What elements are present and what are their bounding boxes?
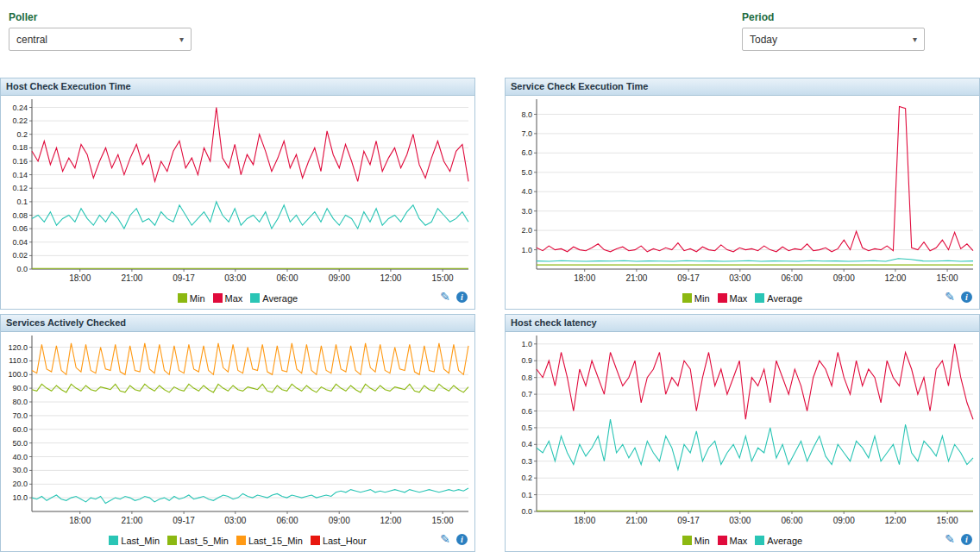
legend-swatch [213, 293, 223, 303]
period-label: Period [742, 11, 774, 23]
edit-pencil-icon[interactable]: ✎ [945, 533, 955, 546]
legend-swatch [718, 536, 727, 545]
svg-text:0.2: 0.2 [521, 474, 532, 482]
chart-panel-service-check-execution-time: Service Check Execution Time 1.02.03.04.… [505, 78, 980, 310]
svg-text:12:00: 12:00 [884, 516, 906, 525]
legend-swatch [250, 293, 260, 303]
svg-text:18:00: 18:00 [574, 516, 595, 525]
panel-title: Services Actively Checked [1, 315, 474, 332]
legend-item-max: Max [718, 293, 748, 304]
legend-item-average: Average [755, 293, 802, 304]
chart-area: 0.00.10.20.30.40.50.60.70.80.91.018:0021… [506, 332, 979, 530]
svg-text:10.0: 10.0 [12, 493, 28, 502]
line-chart: 10.020.030.040.050.060.070.080.090.0100.… [1, 332, 474, 530]
chart-legend: MinMaxAverage [682, 536, 802, 546]
svg-text:09:00: 09:00 [833, 516, 855, 525]
info-icon[interactable]: i [961, 292, 972, 303]
svg-text:3.0: 3.0 [521, 207, 532, 216]
chart-panel-services-actively-checked: Services Actively Checked 10.020.030.040… [0, 314, 475, 552]
svg-text:0.2: 0.2 [16, 130, 28, 139]
svg-text:0.22: 0.22 [12, 116, 28, 125]
svg-text:06:00: 06:00 [781, 516, 802, 525]
svg-text:06:00: 06:00 [781, 273, 802, 283]
chart-area: 1.02.03.04.05.06.07.08.018:0021:0009-170… [506, 96, 979, 287]
svg-text:20.0: 20.0 [12, 480, 28, 488]
svg-text:0.16: 0.16 [12, 157, 28, 166]
line-chart: 1.02.03.04.05.06.07.08.018:0021:0009-170… [506, 96, 979, 287]
period-select-value: Today [750, 34, 777, 46]
svg-text:09-17: 09-17 [173, 516, 195, 525]
legend-item-min: Min [682, 536, 710, 546]
svg-text:0.6: 0.6 [521, 407, 532, 416]
svg-text:0.0: 0.0 [521, 507, 532, 516]
legend-item-min: Min [682, 293, 710, 304]
edit-pencil-icon[interactable]: ✎ [440, 291, 450, 304]
panel-footer: Last_MinLast_5_MinLast_15_MinLast_Hour ✎… [1, 530, 474, 551]
edit-pencil-icon[interactable]: ✎ [440, 533, 450, 546]
svg-text:0.04: 0.04 [12, 238, 28, 247]
svg-text:15:00: 15:00 [937, 516, 958, 525]
legend-swatch [755, 536, 764, 545]
legend-item-last_5_min: Last_5_Min [167, 536, 229, 546]
svg-text:09:00: 09:00 [329, 273, 350, 283]
svg-text:1.0: 1.0 [521, 246, 532, 254]
svg-text:110.0: 110.0 [9, 356, 28, 365]
panel-title: Host Check Execution Time [1, 78, 474, 96]
svg-text:0.02: 0.02 [12, 251, 28, 260]
svg-text:0.5: 0.5 [521, 423, 532, 432]
svg-text:12:00: 12:00 [380, 273, 401, 283]
line-chart: 0.00.10.20.30.40.50.60.70.80.91.018:0021… [506, 332, 979, 530]
svg-text:0.7: 0.7 [521, 390, 532, 398]
panel-footer: MinMaxAverage ✎ i [506, 287, 979, 309]
svg-text:15:00: 15:00 [432, 516, 454, 525]
svg-text:15:00: 15:00 [432, 273, 454, 283]
info-icon[interactable]: i [456, 292, 468, 303]
line-chart: 0.00.020.040.060.080.10.120.140.160.180.… [1, 96, 474, 287]
legend-item-average: Average [755, 536, 802, 546]
legend-item-last_hour: Last_Hour [311, 536, 367, 546]
svg-text:1.0: 1.0 [521, 340, 532, 348]
svg-text:0.9: 0.9 [521, 356, 532, 365]
svg-text:40.0: 40.0 [12, 453, 28, 461]
chevron-down-icon: ▾ [179, 34, 184, 44]
panel-footer: MinMaxAverage ✎ i [506, 530, 979, 551]
edit-pencil-icon[interactable]: ✎ [945, 291, 955, 304]
legend-swatch [167, 536, 177, 545]
svg-text:0.06: 0.06 [12, 224, 28, 233]
info-icon[interactable]: i [456, 534, 468, 545]
svg-text:0.8: 0.8 [521, 373, 532, 382]
svg-text:21:00: 21:00 [625, 273, 647, 283]
svg-text:21:00: 21:00 [121, 273, 142, 283]
svg-text:6.0: 6.0 [521, 148, 532, 157]
svg-text:30.0: 30.0 [12, 466, 28, 474]
info-icon[interactable]: i [961, 534, 972, 545]
chart-legend: Last_MinLast_5_MinLast_15_MinLast_Hour [109, 536, 366, 546]
svg-text:4.0: 4.0 [521, 187, 532, 196]
legend-item-average: Average [250, 293, 298, 304]
svg-text:03:00: 03:00 [729, 516, 751, 525]
svg-text:0.12: 0.12 [12, 184, 28, 192]
period-select[interactable]: Today ▾ [742, 28, 925, 51]
svg-text:0.14: 0.14 [12, 171, 28, 179]
legend-item-max: Max [213, 293, 243, 304]
svg-text:8.0: 8.0 [521, 110, 532, 119]
chevron-down-icon: ▾ [913, 34, 917, 44]
svg-text:12:00: 12:00 [380, 516, 401, 525]
svg-text:18:00: 18:00 [574, 273, 595, 283]
legend-swatch [682, 536, 692, 545]
panel-footer: MinMaxAverage ✎ i [1, 287, 474, 309]
svg-text:0.1: 0.1 [16, 198, 28, 206]
svg-text:09:00: 09:00 [329, 516, 350, 525]
poller-label: Poller [9, 11, 37, 23]
svg-text:09-17: 09-17 [677, 273, 700, 283]
svg-text:18:00: 18:00 [69, 273, 91, 283]
svg-text:80.0: 80.0 [12, 398, 28, 406]
poller-select[interactable]: central ▾ [9, 28, 192, 51]
svg-text:100.0: 100.0 [8, 370, 28, 379]
panel-title: Service Check Execution Time [506, 78, 979, 96]
svg-text:0.1: 0.1 [521, 491, 532, 499]
svg-text:5.0: 5.0 [521, 168, 532, 177]
svg-text:03:00: 03:00 [729, 273, 751, 283]
svg-text:0.24: 0.24 [12, 104, 28, 112]
svg-text:0.18: 0.18 [12, 143, 28, 152]
